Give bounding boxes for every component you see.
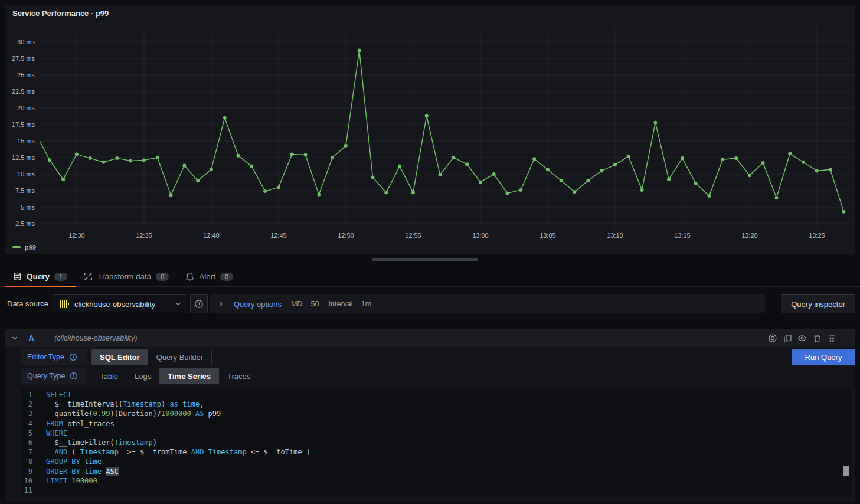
data-point[interactable] <box>102 161 106 164</box>
data-point[interactable] <box>532 157 536 161</box>
sql-line[interactable]: 4FROM otel_traces <box>21 419 851 428</box>
data-point[interactable] <box>48 158 51 162</box>
data-point[interactable] <box>344 144 348 148</box>
data-point[interactable] <box>317 193 321 197</box>
data-point[interactable] <box>156 156 159 159</box>
query-type-option-time-series[interactable]: Time Series <box>159 368 219 384</box>
editor-type-option-query-builder[interactable]: Query Builder <box>148 349 211 365</box>
data-point[interactable] <box>829 168 832 171</box>
query-type-option-table[interactable]: Table <box>91 368 126 384</box>
query-options-link[interactable]: Query options <box>234 300 282 309</box>
data-point[interactable] <box>89 156 92 160</box>
data-point[interactable] <box>358 49 361 53</box>
data-point[interactable] <box>398 165 401 168</box>
data-point[interactable] <box>748 174 751 177</box>
data-point[interactable] <box>788 152 792 155</box>
info-circle-icon[interactable] <box>70 372 78 380</box>
data-point[interactable] <box>600 169 603 172</box>
data-point[interactable] <box>61 178 65 181</box>
data-point[interactable] <box>586 179 590 182</box>
datasource-help-button[interactable] <box>190 294 208 313</box>
data-point[interactable] <box>277 185 280 189</box>
data-point[interactable] <box>129 159 132 163</box>
data-point[interactable] <box>506 191 509 195</box>
data-point[interactable] <box>237 154 240 158</box>
data-point[interactable] <box>331 156 334 159</box>
data-point[interactable] <box>815 169 819 172</box>
query-options-bar[interactable]: Query options MD = 50 Interval = 1m <box>210 294 765 313</box>
data-point[interactable] <box>708 194 711 198</box>
query-type-option-logs[interactable]: Logs <box>126 368 159 384</box>
sql-editor[interactable]: 1SELECT2 $__timeInterval(Timestamp) as t… <box>21 388 851 497</box>
data-point[interactable] <box>452 156 455 159</box>
data-point[interactable] <box>411 191 415 194</box>
data-point[interactable] <box>75 152 79 156</box>
sql-line[interactable]: 7 AND ( Timestamp >= $__fromTime AND Tim… <box>21 447 851 457</box>
data-point[interactable] <box>546 168 550 171</box>
run-query-button[interactable]: Run Query <box>792 349 855 365</box>
query-ref-id[interactable]: A <box>28 333 34 343</box>
data-point[interactable] <box>371 176 375 179</box>
tab-transform-data[interactable]: Transform data 0 <box>76 267 177 287</box>
duplicate-query-button[interactable] <box>783 333 792 343</box>
data-point[interactable] <box>290 152 294 156</box>
query-type-option-traces[interactable]: Traces <box>219 368 259 384</box>
editor-scrollbar-thumb[interactable] <box>843 466 849 476</box>
data-point[interactable] <box>465 162 469 166</box>
data-point[interactable] <box>627 155 630 158</box>
data-point[interactable] <box>640 188 644 192</box>
data-point[interactable] <box>115 156 119 160</box>
sql-line[interactable]: 2 $__timeInterval(Timestamp) as time, <box>21 400 851 409</box>
data-point[interactable] <box>613 163 617 166</box>
sql-line[interactable]: 1SELECT <box>21 390 851 400</box>
query-inspector-button[interactable]: Query inspector <box>781 294 855 313</box>
chevron-down-icon[interactable] <box>11 334 19 342</box>
data-point[interactable] <box>694 182 698 185</box>
data-point[interactable] <box>439 173 442 176</box>
data-point[interactable] <box>210 168 213 171</box>
data-point[interactable] <box>667 178 671 181</box>
query-row-header[interactable]: A (clickhouse-observability) <box>5 329 855 347</box>
sql-line[interactable]: 9ORDER BY time ASC <box>21 467 851 476</box>
editor-type-option-sql-editor[interactable]: SQL Editor <box>91 349 148 365</box>
delete-query-button[interactable] <box>812 333 822 343</box>
sql-line[interactable]: 10LIMIT 100000 <box>21 476 851 486</box>
data-point[interactable] <box>492 172 496 176</box>
sql-line[interactable]: 8GROUP BY time <box>21 457 851 466</box>
data-point[interactable] <box>169 194 173 197</box>
data-point[interactable] <box>734 156 738 160</box>
data-point[interactable] <box>761 161 765 165</box>
tab-query[interactable]: Query 1 <box>5 267 76 287</box>
data-point[interactable] <box>842 210 846 214</box>
data-point[interactable] <box>196 179 200 182</box>
data-point[interactable] <box>775 196 779 199</box>
pane-resize-handle[interactable] <box>372 258 478 261</box>
chart-legend[interactable]: p99 <box>12 244 36 251</box>
data-point[interactable] <box>681 156 684 160</box>
datasource-picker[interactable]: clickhouse-observability <box>53 294 187 313</box>
data-point[interactable] <box>479 180 482 184</box>
data-point[interactable] <box>425 114 429 117</box>
sql-line[interactable]: 5WHERE <box>21 428 851 438</box>
data-point[interactable] <box>263 189 267 193</box>
drag-handle[interactable] <box>827 333 836 343</box>
data-point[interactable] <box>384 191 388 194</box>
sql-line[interactable]: 3 quantile(0.99)(Duration)/1000000 AS p9… <box>21 409 851 418</box>
data-point[interactable] <box>573 190 577 194</box>
data-point[interactable] <box>802 161 805 164</box>
sql-line[interactable]: 6 $__timeFilter(Timestamp) <box>21 438 851 447</box>
data-point[interactable] <box>223 116 227 120</box>
data-point[interactable] <box>142 158 146 162</box>
data-point[interactable] <box>721 158 724 161</box>
data-point[interactable] <box>304 153 308 157</box>
hide-response-button[interactable] <box>797 333 807 343</box>
data-point[interactable] <box>653 121 657 125</box>
data-point[interactable] <box>250 165 253 168</box>
data-point[interactable] <box>519 188 522 192</box>
sql-line[interactable]: 11 <box>21 486 851 495</box>
info-circle-icon[interactable] <box>69 353 77 361</box>
data-point[interactable] <box>560 179 563 182</box>
data-point[interactable] <box>182 163 186 167</box>
disable-query-button[interactable] <box>768 333 777 343</box>
tab-alert[interactable]: Alert 0 <box>177 267 241 287</box>
